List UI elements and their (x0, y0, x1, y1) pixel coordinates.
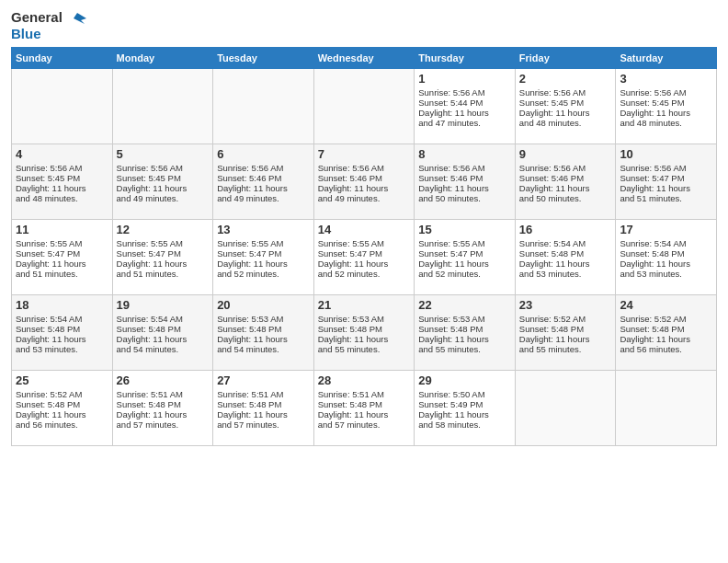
cell-info: Sunrise: 5:55 AM (16, 238, 108, 248)
cell-info: Daylight: 11 hours (418, 409, 511, 419)
cell-info: Sunset: 5:48 PM (620, 324, 712, 334)
cell-info: and 48 minutes. (620, 118, 712, 128)
day-number: 5 (117, 147, 210, 161)
calendar-cell (313, 69, 415, 144)
cell-info: Daylight: 11 hours (16, 409, 108, 419)
cell-info: Daylight: 11 hours (16, 183, 108, 193)
calendar-cell: 10Sunrise: 5:56 AMSunset: 5:47 PMDayligh… (616, 144, 717, 220)
cell-info: Sunrise: 5:53 AM (217, 314, 310, 324)
day-number: 25 (16, 373, 108, 387)
day-number: 9 (519, 147, 612, 161)
day-number: 4 (16, 147, 108, 161)
calendar-cell: 26Sunrise: 5:51 AMSunset: 5:48 PMDayligh… (112, 371, 213, 446)
cell-info: Sunset: 5:47 PM (620, 173, 712, 183)
cell-info: Daylight: 11 hours (620, 108, 712, 118)
cell-info: Sunrise: 5:52 AM (620, 314, 712, 324)
cell-info: Sunrise: 5:56 AM (418, 87, 511, 98)
cell-info: Daylight: 11 hours (418, 108, 511, 118)
calendar-cell: 22Sunrise: 5:53 AMSunset: 5:48 PMDayligh… (415, 295, 516, 371)
cell-info: and 47 minutes. (418, 118, 511, 128)
cell-info: Sunset: 5:47 PM (318, 248, 411, 259)
weekday-header-monday: Monday (112, 48, 213, 69)
day-number: 7 (318, 147, 411, 161)
cell-info: Sunset: 5:48 PM (519, 324, 612, 334)
weekday-header-row: SundayMondayTuesdayWednesdayThursdayFrid… (12, 48, 717, 69)
cell-info: Daylight: 11 hours (217, 183, 310, 193)
cell-info: Daylight: 11 hours (620, 259, 712, 269)
logo: General Blue (11, 9, 86, 41)
cell-info: and 49 minutes. (117, 193, 210, 203)
week-row-5: 25Sunrise: 5:52 AMSunset: 5:48 PMDayligh… (12, 371, 717, 446)
cell-info: and 51 minutes. (117, 269, 210, 279)
cell-info: and 49 minutes. (318, 193, 411, 203)
calendar-cell: 6Sunrise: 5:56 AMSunset: 5:46 PMDaylight… (213, 144, 314, 220)
day-number: 14 (318, 223, 411, 236)
calendar-cell: 20Sunrise: 5:53 AMSunset: 5:48 PMDayligh… (213, 295, 314, 371)
cell-info: and 53 minutes. (16, 344, 108, 354)
cell-info: and 55 minutes. (519, 344, 612, 354)
cell-info: Sunrise: 5:56 AM (519, 87, 612, 98)
calendar-cell: 14Sunrise: 5:55 AMSunset: 5:47 PMDayligh… (313, 220, 415, 295)
cell-info: Daylight: 11 hours (16, 334, 108, 344)
cell-info: Sunset: 5:47 PM (117, 248, 210, 259)
cell-info: Sunset: 5:49 PM (418, 399, 511, 409)
cell-info: and 52 minutes. (318, 269, 411, 279)
weekday-header-sunday: Sunday (12, 48, 113, 69)
cell-info: Sunset: 5:48 PM (217, 324, 310, 334)
day-number: 13 (217, 223, 310, 236)
cell-info: Daylight: 11 hours (519, 108, 612, 118)
calendar-cell: 9Sunrise: 5:56 AMSunset: 5:46 PMDaylight… (515, 144, 616, 220)
cell-info: Daylight: 11 hours (117, 259, 210, 269)
cell-info: Sunrise: 5:56 AM (519, 163, 612, 173)
calendar-cell (213, 69, 314, 144)
day-number: 6 (217, 147, 310, 161)
logo-bird-icon (68, 11, 86, 26)
cell-info: and 56 minutes. (620, 344, 712, 354)
page-container: General Blue SundayMondayTuesdayWednesda… (0, 0, 728, 452)
week-row-2: 4Sunrise: 5:56 AMSunset: 5:45 PMDaylight… (12, 144, 717, 220)
cell-info: Daylight: 11 hours (519, 259, 612, 269)
cell-info: Daylight: 11 hours (217, 409, 310, 419)
day-number: 29 (418, 373, 511, 387)
cell-info: Sunrise: 5:54 AM (620, 238, 712, 248)
cell-info: and 55 minutes. (418, 344, 511, 354)
cell-info: Sunset: 5:47 PM (418, 248, 511, 259)
cell-info: Daylight: 11 hours (418, 334, 511, 344)
cell-info: Sunrise: 5:53 AM (318, 314, 411, 324)
calendar-cell: 17Sunrise: 5:54 AMSunset: 5:48 PMDayligh… (616, 220, 717, 295)
day-number: 24 (620, 298, 712, 312)
calendar-cell: 2Sunrise: 5:56 AMSunset: 5:45 PMDaylight… (515, 69, 616, 144)
calendar-cell: 16Sunrise: 5:54 AMSunset: 5:48 PMDayligh… (515, 220, 616, 295)
cell-info: Sunset: 5:47 PM (217, 248, 310, 259)
cell-info: Sunset: 5:45 PM (16, 173, 108, 183)
calendar-cell: 5Sunrise: 5:56 AMSunset: 5:45 PMDaylight… (112, 144, 213, 220)
cell-info: Sunrise: 5:56 AM (16, 163, 108, 173)
week-row-4: 18Sunrise: 5:54 AMSunset: 5:48 PMDayligh… (12, 295, 717, 371)
day-number: 1 (418, 72, 511, 86)
day-number: 22 (418, 298, 511, 312)
day-number: 3 (620, 72, 712, 86)
cell-info: Sunrise: 5:51 AM (318, 389, 411, 399)
day-number: 15 (418, 223, 511, 236)
day-number: 12 (117, 223, 210, 236)
calendar-cell: 25Sunrise: 5:52 AMSunset: 5:48 PMDayligh… (12, 371, 113, 446)
cell-info: and 48 minutes. (519, 118, 612, 128)
cell-info: Sunrise: 5:51 AM (117, 389, 210, 399)
day-number: 17 (620, 223, 712, 236)
day-number: 11 (16, 223, 108, 236)
calendar-cell (515, 371, 616, 446)
cell-info: Daylight: 11 hours (519, 183, 612, 193)
calendar-cell: 13Sunrise: 5:55 AMSunset: 5:47 PMDayligh… (213, 220, 314, 295)
day-number: 20 (217, 298, 310, 312)
cell-info: and 48 minutes. (16, 193, 108, 203)
calendar-cell: 27Sunrise: 5:51 AMSunset: 5:48 PMDayligh… (213, 371, 314, 446)
cell-info: Sunset: 5:46 PM (217, 173, 310, 183)
cell-info: and 56 minutes. (16, 419, 108, 430)
cell-info: Sunrise: 5:54 AM (16, 314, 108, 324)
cell-info: Sunset: 5:48 PM (117, 399, 210, 409)
day-number: 8 (418, 147, 511, 161)
cell-info: and 52 minutes. (418, 269, 511, 279)
cell-info: Sunrise: 5:51 AM (217, 389, 310, 399)
cell-info: and 53 minutes. (519, 269, 612, 279)
cell-info: Sunrise: 5:54 AM (117, 314, 210, 324)
